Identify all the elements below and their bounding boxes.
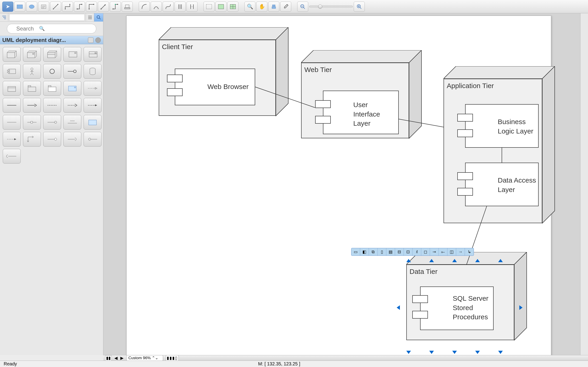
palette-package-3[interactable] xyxy=(43,81,61,96)
component-ui-layer[interactable]: User Interface Layer xyxy=(323,91,399,134)
ctx-btn-8[interactable]: 𐀪 xyxy=(413,248,421,256)
region-tool-2[interactable] xyxy=(216,2,226,12)
palette-header[interactable]: UML deployment diagr... xyxy=(0,36,103,44)
palette-conn-3[interactable] xyxy=(43,115,61,130)
selection-handle[interactable] xyxy=(429,259,434,262)
palette-component-1[interactable] xyxy=(63,47,81,62)
prev-page-button[interactable]: ◀ xyxy=(114,356,118,361)
palette-node-2[interactable] xyxy=(23,47,41,62)
palette-interface[interactable] xyxy=(43,64,61,79)
selection-handle[interactable] xyxy=(475,259,480,262)
next-page-button[interactable]: ▶ xyxy=(120,356,124,361)
ctx-btn-5[interactable]: ▤ xyxy=(386,248,395,256)
palette-component-2[interactable] xyxy=(84,47,102,62)
palette-component-3[interactable] xyxy=(3,64,21,79)
palette-assoc-4[interactable] xyxy=(63,98,81,113)
ctx-btn-10[interactable]: ⊸ xyxy=(430,248,439,256)
ctx-btn-13[interactable]: → xyxy=(456,248,465,256)
curve-tool-2[interactable] xyxy=(151,2,162,12)
palette-package-4[interactable] xyxy=(63,81,81,96)
vertical-scrollbar[interactable] xyxy=(580,13,588,355)
component-sql-server[interactable]: SQL Server Stored Procedures xyxy=(420,286,493,330)
zoom-slider-thumb[interactable] xyxy=(318,5,322,9)
line-tool-3[interactable] xyxy=(74,2,85,12)
stamp-tool[interactable] xyxy=(122,2,133,12)
ctx-btn-3[interactable]: ⧉ xyxy=(369,248,378,256)
selection-handle[interactable] xyxy=(498,351,503,354)
palette-conn-2[interactable] xyxy=(23,115,41,130)
canvas-area[interactable]: Client Tier Web Browser Web Tier xyxy=(103,13,580,355)
palette-assoc-1[interactable] xyxy=(3,98,21,113)
palette-conn-8[interactable] xyxy=(43,132,61,147)
palette-database[interactable] xyxy=(84,64,102,79)
palette-package-2[interactable] xyxy=(23,81,41,96)
ctx-btn-9[interactable]: ◻ xyxy=(421,248,430,256)
ctx-btn-1[interactable]: ▭ xyxy=(351,248,360,256)
selection-handle[interactable] xyxy=(519,305,523,310)
search-toggle-button[interactable] xyxy=(94,13,103,22)
palette-dependency-dashed[interactable] xyxy=(84,81,102,96)
curve-tool-3[interactable] xyxy=(163,2,174,12)
palette-conn-5[interactable] xyxy=(84,115,102,130)
canvas-page[interactable]: Client Tier Web Browser Web Tier xyxy=(126,16,551,355)
ctx-btn-7[interactable]: ⊡ xyxy=(404,248,413,256)
palette-close-button[interactable] xyxy=(95,37,101,43)
selection-handle[interactable] xyxy=(475,351,480,354)
selection-handle[interactable] xyxy=(498,259,503,262)
palette-conn-11[interactable] xyxy=(3,149,21,164)
pointer-tool[interactable]: ➤ xyxy=(2,2,13,12)
curve-tool-1[interactable] xyxy=(139,2,150,12)
selection-handle[interactable] xyxy=(397,305,400,310)
selection-handle[interactable] xyxy=(406,259,411,262)
ctx-btn-4[interactable]: ▯ xyxy=(378,248,386,256)
line-tool-1[interactable] xyxy=(50,2,61,12)
component-data-access[interactable]: Data Access Layer xyxy=(465,163,539,206)
zoom-select[interactable]: Custom 96% ⌃⌄ xyxy=(126,355,163,361)
palette-conn-1[interactable] xyxy=(3,115,21,130)
palette-assoc-3[interactable] xyxy=(43,98,61,113)
palette-conn-7[interactable] xyxy=(23,132,41,147)
list-view-button[interactable] xyxy=(86,13,94,22)
zoom-out-button[interactable] xyxy=(297,2,308,12)
tree-view-button[interactable] xyxy=(0,13,8,22)
region-tool-3[interactable] xyxy=(227,2,238,12)
palette-node-3[interactable] xyxy=(43,47,61,62)
palette-assoc-2[interactable] xyxy=(23,98,41,113)
line-tool-2[interactable] xyxy=(62,2,73,12)
palette-lollipop[interactable] xyxy=(63,64,81,79)
ctx-btn-6[interactable]: ⊟ xyxy=(395,248,404,256)
layout-buttons[interactable]: ▮▮▮▯ xyxy=(166,355,179,361)
region-tool-1[interactable] xyxy=(204,2,215,12)
zoom-in-tool[interactable]: 🔍 xyxy=(244,2,255,12)
ctx-btn-14[interactable]: ↳ xyxy=(465,248,474,256)
selection-handle[interactable] xyxy=(406,351,411,354)
component-business-logic[interactable]: Business Logic Layer xyxy=(465,104,539,148)
pan-tool[interactable]: ✋ xyxy=(256,2,267,12)
search-input[interactable] xyxy=(7,24,96,33)
line-tool-6[interactable] xyxy=(110,2,121,12)
palette-conn-9[interactable] xyxy=(63,132,81,147)
sidebar-filter-input[interactable] xyxy=(9,14,85,21)
line-tool-5[interactable] xyxy=(98,2,109,12)
zoom-slider[interactable] xyxy=(309,6,353,8)
palette-conn-4[interactable] xyxy=(63,115,81,130)
rectangle-tool[interactable] xyxy=(14,2,25,12)
eyedropper-tool[interactable] xyxy=(280,2,291,12)
zoom-in-button[interactable] xyxy=(354,2,365,12)
ctx-btn-11[interactable]: ⟜ xyxy=(439,248,447,256)
palette-node-1[interactable] xyxy=(3,47,21,62)
palette-settings-button[interactable] xyxy=(88,37,94,43)
palette-package-1[interactable] xyxy=(3,81,21,96)
component-web-browser[interactable]: Web Browser xyxy=(175,69,255,105)
pause-icon[interactable]: ▮▮ xyxy=(105,355,112,361)
selection-handle[interactable] xyxy=(452,259,457,262)
palette-actor[interactable] xyxy=(23,64,41,79)
text-tool[interactable] xyxy=(38,2,49,12)
selection-handle[interactable] xyxy=(452,351,457,354)
palette-conn-10[interactable] xyxy=(84,132,102,147)
stack-tool[interactable] xyxy=(268,2,279,12)
ellipse-tool[interactable] xyxy=(26,2,37,12)
selection-handle[interactable] xyxy=(429,351,434,354)
ctx-btn-2[interactable]: ◧ xyxy=(360,248,369,256)
palette-assoc-5[interactable] xyxy=(84,98,102,113)
